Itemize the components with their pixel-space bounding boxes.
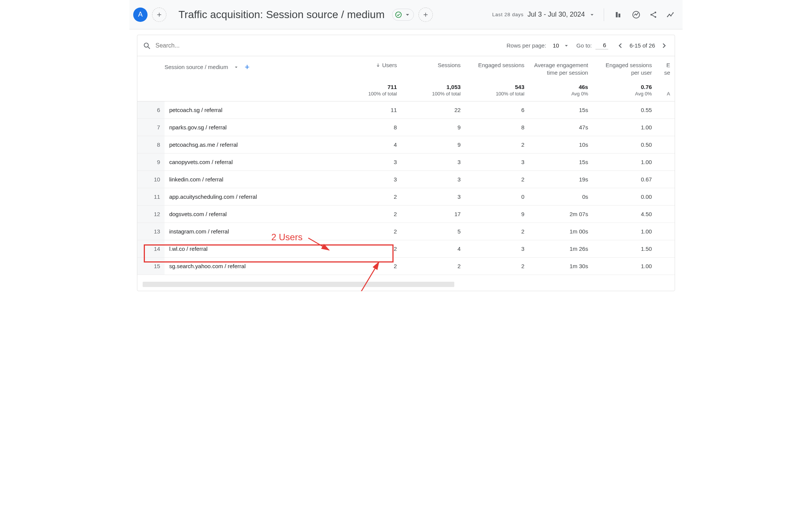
table-row[interactable]: 10linkedin.com / referral33219s0.67 — [137, 170, 675, 188]
row-index: 12 — [137, 205, 165, 223]
col-engaged[interactable]: Engaged sessions — [465, 56, 529, 80]
table-row[interactable]: 11app.acuityscheduling.com / referral230… — [137, 188, 675, 205]
report-card: Rows per page: 10 Go to: 6 6-15 of 26 — [137, 35, 675, 291]
table-row[interactable]: 13instagram.com / referral2521m 00s1.00 — [137, 223, 675, 240]
total-engaged: 543 — [465, 80, 529, 91]
totals-row: 711 1,053 543 46s 0.76 — [137, 80, 675, 91]
row-cut — [657, 223, 675, 240]
col-sessions[interactable]: Sessions — [401, 56, 465, 80]
row-users: 11 — [338, 101, 401, 118]
date-range-picker[interactable]: Last 28 days Jul 3 - Jul 30, 2024 — [492, 11, 595, 18]
horizontal-scrollbar[interactable] — [143, 282, 454, 287]
row-epu: 0.67 — [593, 170, 657, 188]
table-row[interactable]: 9canopyvets.com / referral33315s1.00 — [137, 153, 675, 170]
row-avg: 10s — [529, 136, 593, 153]
total-users: 711 — [338, 80, 401, 91]
row-users: 3 — [338, 170, 401, 188]
svg-point-8 — [667, 16, 668, 17]
row-cut — [657, 136, 675, 153]
row-avg: 1m 26s — [529, 240, 593, 257]
prev-page-button[interactable] — [615, 40, 626, 51]
table-row[interactable]: 6petcoach.sg / referral1122615s0.55 — [137, 101, 675, 118]
table-row[interactable]: 14l.wl.co / referral2431m 26s1.50 — [137, 240, 675, 257]
row-avg: 15s — [529, 101, 593, 118]
row-cut — [657, 118, 675, 136]
svg-point-6 — [655, 11, 656, 13]
compare-button[interactable] — [612, 8, 625, 21]
row-index: 6 — [137, 101, 165, 118]
search-input[interactable] — [155, 42, 238, 49]
next-page-button[interactable] — [659, 40, 669, 51]
row-dimension: sg.search.yahoo.com / referral — [165, 257, 338, 275]
table-row[interactable]: 8petcoachsg.as.me / referral49210s0.50 — [137, 136, 675, 153]
row-epu: 1.00 — [593, 223, 657, 240]
add-filter-button[interactable] — [418, 8, 433, 22]
total-epu: 0.76 — [593, 80, 657, 91]
dimension-header[interactable]: Session source / medium + — [137, 56, 338, 80]
trend-button[interactable] — [664, 8, 677, 21]
verified-dropdown[interactable] — [392, 9, 414, 21]
row-users: 8 — [338, 118, 401, 136]
svg-point-0 — [396, 12, 401, 17]
svg-point-9 — [669, 14, 670, 15]
row-dimension: petcoach.sg / referral — [165, 101, 338, 118]
bar-chart-icon — [614, 10, 623, 19]
row-users: 4 — [338, 136, 401, 153]
row-engaged: 2 — [465, 223, 529, 240]
insights-icon — [632, 10, 641, 19]
row-engaged: 6 — [465, 101, 529, 118]
svg-point-7 — [655, 16, 656, 17]
share-button[interactable] — [647, 8, 660, 21]
rows-per-page-label: Rows per page: — [507, 42, 546, 49]
rows-per-page-value: 10 — [550, 42, 559, 49]
go-to-value: 6 — [595, 42, 608, 49]
row-engaged: 8 — [465, 118, 529, 136]
row-avg: 1m 30s — [529, 257, 593, 275]
row-engaged: 0 — [465, 188, 529, 205]
row-users: 2 — [338, 188, 401, 205]
data-table: Session source / medium + Users Sessions… — [137, 56, 675, 275]
row-engaged: 2 — [465, 170, 529, 188]
row-dimension: app.acuityscheduling.com / referral — [165, 188, 338, 205]
row-engaged: 2 — [465, 136, 529, 153]
table-row[interactable]: 7nparks.gov.sg / referral89847s1.00 — [137, 118, 675, 136]
avatar[interactable]: A — [133, 8, 148, 22]
add-comparison-button[interactable] — [152, 8, 166, 22]
row-sessions: 4 — [401, 240, 465, 257]
date-range-value: Jul 3 - Jul 30, 2024 — [527, 11, 585, 18]
row-avg: 15s — [529, 153, 593, 170]
table-row[interactable]: 12dogsvets.com / referral21792m 07s4.50 — [137, 205, 675, 223]
page-range: 6-15 of 26 — [629, 42, 655, 49]
chevron-down-icon — [233, 64, 239, 70]
row-epu: 0.55 — [593, 101, 657, 118]
row-epu: 4.50 — [593, 205, 657, 223]
chevron-down-icon — [404, 11, 411, 18]
table-toolbar: Rows per page: 10 Go to: 6 6-15 of 26 — [137, 35, 675, 56]
row-avg: 2m 07s — [529, 205, 593, 223]
col-cut[interactable]: E se — [657, 56, 675, 80]
row-engaged: 2 — [465, 257, 529, 275]
go-to-label: Go to: — [577, 42, 592, 49]
row-cut — [657, 188, 675, 205]
col-users[interactable]: Users — [338, 56, 401, 80]
dimension-label: Session source / medium — [165, 63, 228, 71]
row-avg: 19s — [529, 170, 593, 188]
go-to-page[interactable]: Go to: 6 — [577, 42, 609, 49]
row-dimension: nparks.gov.sg / referral — [165, 118, 338, 136]
col-avg-engagement[interactable]: Average engagement time per session — [529, 56, 593, 80]
table-row[interactable]: 15sg.search.yahoo.com / referral2221m 30… — [137, 257, 675, 275]
rows-per-page[interactable]: Rows per page: 10 — [507, 42, 570, 49]
row-cut — [657, 101, 675, 118]
add-dimension-button[interactable]: + — [245, 61, 249, 73]
chevron-down-icon — [563, 42, 570, 49]
trend-icon — [666, 10, 675, 19]
row-users: 2 — [338, 205, 401, 223]
row-users: 3 — [338, 153, 401, 170]
row-index: 7 — [137, 118, 165, 136]
col-engaged-per-user[interactable]: Engaged sessions per user — [593, 56, 657, 80]
insights-button[interactable] — [630, 8, 643, 21]
row-dimension: l.wl.co / referral — [165, 240, 338, 257]
svg-point-12 — [144, 43, 148, 47]
row-users: 2 — [338, 223, 401, 240]
row-cut — [657, 170, 675, 188]
